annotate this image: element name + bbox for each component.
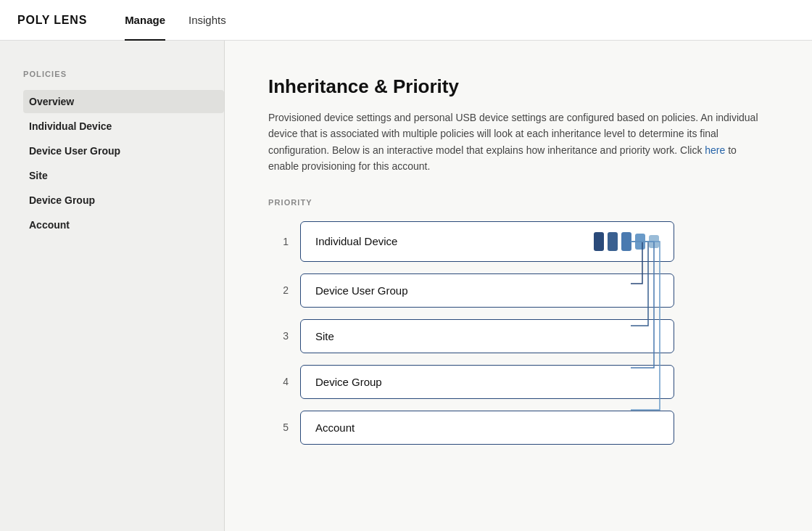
row-label-account: Account xyxy=(315,421,355,434)
diagram: 1 Individual Device 2 xyxy=(268,221,674,445)
nav-insights[interactable]: Insights xyxy=(177,0,238,41)
row-number-3: 3 xyxy=(268,330,289,342)
bar-1 xyxy=(594,232,604,251)
sidebar-item-site[interactable]: Site xyxy=(23,164,224,187)
row-label-site: Site xyxy=(315,330,334,342)
row-number-2: 2 xyxy=(268,284,289,296)
row-label-device-group: Device Group xyxy=(315,376,382,388)
diagram-row-2[interactable]: 2 Device User Group xyxy=(268,273,674,308)
row-number-1: 1 xyxy=(268,236,289,247)
diagram-row-4[interactable]: 4 Device Group xyxy=(268,365,674,399)
sidebar-item-overview[interactable]: Overview xyxy=(23,90,224,113)
row-box-individual-device[interactable]: Individual Device xyxy=(300,221,674,262)
page-title: Inheritance & Priority xyxy=(268,75,768,98)
logo: POLY LENS xyxy=(17,14,87,27)
diagram-row-1[interactable]: 1 Individual Device xyxy=(268,221,674,262)
provisioning-link[interactable]: here xyxy=(705,144,725,156)
row-label-individual-device: Individual Device xyxy=(315,235,397,247)
diagram-row-3[interactable]: 3 Site xyxy=(268,319,674,353)
row-box-site[interactable]: Site xyxy=(300,319,674,353)
main-content: Inheritance & Priority Provisioned devic… xyxy=(225,41,812,531)
bar-3 xyxy=(621,232,631,251)
sidebar-item-device-group[interactable]: Device Group xyxy=(23,189,224,212)
sidebar-item-device-user-group[interactable]: Device User Group xyxy=(23,139,224,162)
bar-2 xyxy=(608,232,618,251)
top-nav: POLY LENS Manage Insights xyxy=(0,0,812,41)
inheritance-diagram: 1 Individual Device 2 xyxy=(268,221,768,445)
row-box-device-group[interactable]: Device Group xyxy=(300,365,674,399)
row-label-device-user-group: Device User Group xyxy=(315,284,408,297)
nav-manage[interactable]: Manage xyxy=(113,0,177,41)
bar-4 xyxy=(635,234,645,250)
description-text-1: Provisioned device settings and personal… xyxy=(268,112,758,156)
policies-section-label: POLICIES xyxy=(23,70,224,78)
main-layout: POLICIES Overview Individual Device Devi… xyxy=(0,41,812,531)
row-box-account[interactable]: Account xyxy=(300,411,674,445)
row-box-device-user-group[interactable]: Device User Group xyxy=(300,273,674,308)
sidebar: POLICIES Overview Individual Device Devi… xyxy=(0,41,225,531)
priority-label: PRIORITY xyxy=(268,198,768,207)
diagram-row-5[interactable]: 5 Account xyxy=(268,411,674,445)
sidebar-item-account[interactable]: Account xyxy=(23,213,224,236)
description: Provisioned device settings and personal… xyxy=(268,110,761,175)
sidebar-item-individual-device[interactable]: Individual Device xyxy=(23,115,224,138)
bar-group xyxy=(594,232,659,251)
bar-5 xyxy=(649,235,659,248)
row-number-5: 5 xyxy=(268,421,289,433)
row-number-4: 4 xyxy=(268,376,289,387)
